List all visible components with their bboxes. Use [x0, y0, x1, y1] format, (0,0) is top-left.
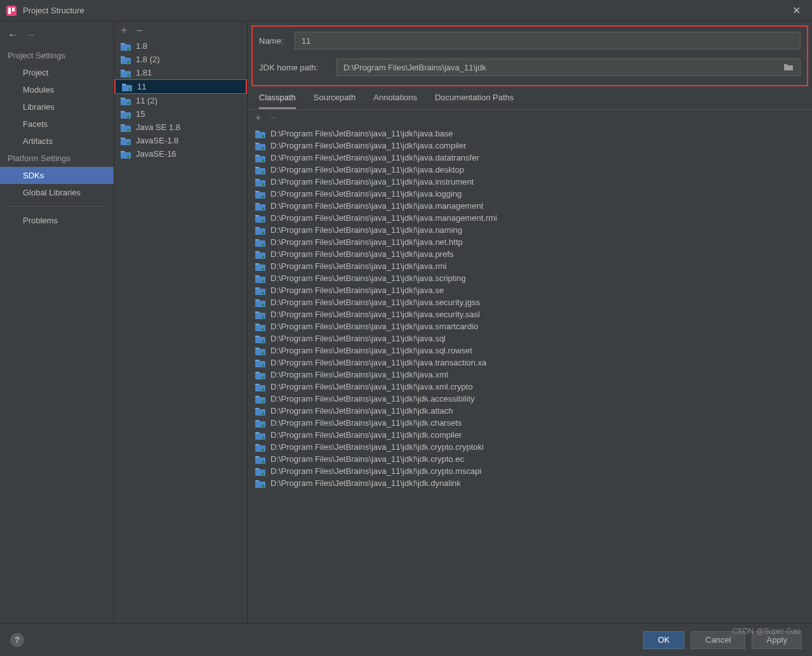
browse-icon[interactable] [783, 62, 794, 73]
folder-icon [255, 190, 265, 199]
svg-rect-71 [255, 433, 265, 440]
folder-icon [255, 334, 265, 343]
nav-artifacts[interactable]: Artifacts [0, 133, 114, 150]
close-icon[interactable]: ✕ [787, 4, 806, 16]
svg-rect-1 [8, 8, 11, 14]
classpath-item[interactable]: D:\Program Files\JetBrains\java_11\jdk!\… [248, 357, 812, 369]
sdk-item[interactable]: JavaSE-16 [114, 147, 247, 161]
folder-icon [255, 479, 265, 488]
classpath-item[interactable]: D:\Program Files\JetBrains\java_11\jdk!\… [248, 224, 812, 236]
name-input[interactable]: 11 [295, 32, 801, 49]
svg-point-38 [262, 232, 264, 234]
classpath-item[interactable]: D:\Program Files\JetBrains\java_11\jdk!\… [248, 429, 812, 441]
sdk-label: 1.8 [136, 41, 147, 51]
jdk-home-label: JDK home path: [259, 63, 329, 72]
classpath-item[interactable]: D:\Program Files\JetBrains\java_11\jdk!\… [248, 260, 812, 272]
svg-point-10 [128, 88, 131, 91]
svg-point-78 [262, 473, 264, 475]
classpath-item[interactable]: D:\Program Files\JetBrains\java_11\jdk!\… [248, 320, 812, 332]
classpath-item[interactable]: D:\Program Files\JetBrains\java_11\jdk!\… [248, 152, 812, 164]
back-arrow-icon[interactable]: ← [8, 29, 18, 41]
classpath-item[interactable]: D:\Program Files\JetBrains\java_11\jdk!\… [248, 308, 812, 320]
svg-point-74 [262, 449, 264, 451]
sdk-item[interactable]: 1.8 [114, 39, 247, 53]
folder-icon [121, 123, 131, 132]
svg-rect-21 [255, 132, 265, 138]
remove-classpath-icon[interactable]: − [270, 112, 276, 124]
classpath-item[interactable]: D:\Program Files\JetBrains\java_11\jdk!\… [248, 248, 812, 260]
classpath-item[interactable]: D:\Program Files\JetBrains\java_11\jdk!\… [248, 200, 812, 212]
tab-annotations[interactable]: Annotations [373, 93, 417, 109]
tab-documentation-paths[interactable]: Documentation Paths [435, 93, 514, 109]
svg-point-40 [262, 244, 264, 246]
svg-rect-13 [121, 112, 131, 119]
jdk-home-input[interactable]: D:\Program Files\JetBrains\java_11\jdk [336, 58, 801, 76]
sdk-item[interactable]: 11 [114, 79, 247, 94]
tab-sourcepath[interactable]: Sourcepath [314, 93, 356, 109]
classpath-item[interactable]: D:\Program Files\JetBrains\java_11\jdk!\… [248, 369, 812, 381]
nav-libraries[interactable]: Libraries [0, 98, 114, 115]
folder-icon [121, 55, 131, 64]
folder-icon [255, 419, 265, 428]
folder-icon [255, 250, 265, 259]
classpath-label: D:\Program Files\JetBrains\java_11\jdk!\… [270, 165, 464, 174]
nav-facets[interactable]: Facets [0, 115, 114, 133]
classpath-item[interactable]: D:\Program Files\JetBrains\java_11\jdk!\… [248, 296, 812, 308]
sdk-toolbar: + − [114, 22, 247, 39]
classpath-item[interactable]: D:\Program Files\JetBrains\java_11\jdk!\… [248, 344, 812, 357]
classpath-item[interactable]: D:\Program Files\JetBrains\java_11\jdk!\… [248, 212, 812, 224]
svg-point-48 [262, 292, 264, 294]
classpath-item[interactable]: D:\Program Files\JetBrains\java_11\jdk!\… [248, 272, 812, 284]
classpath-item[interactable]: D:\Program Files\JetBrains\java_11\jdk!\… [248, 236, 812, 248]
ok-button[interactable]: OK [643, 631, 684, 649]
classpath-item[interactable]: D:\Program Files\JetBrains\java_11\jdk!\… [248, 381, 812, 393]
nav-problems[interactable]: Problems [0, 212, 114, 229]
classpath-item[interactable]: D:\Program Files\JetBrains\java_11\jdk!\… [248, 188, 812, 200]
classpath-item[interactable]: D:\Program Files\JetBrains\java_11\jdk!\… [248, 176, 812, 188]
classpath-item[interactable]: D:\Program Files\JetBrains\java_11\jdk!\… [248, 465, 812, 477]
sdk-item[interactable]: 15 [114, 107, 247, 121]
classpath-label: D:\Program Files\JetBrains\java_11\jdk!\… [270, 478, 461, 488]
folder-icon [255, 383, 265, 391]
svg-point-16 [127, 129, 130, 131]
sdk-item[interactable]: 1.81 [114, 66, 247, 79]
classpath-item[interactable]: D:\Program Files\JetBrains\java_11\jdk!\… [248, 477, 812, 489]
divider [8, 206, 106, 207]
classpath-item[interactable]: D:\Program Files\JetBrains\java_11\jdk!\… [248, 284, 812, 296]
sdk-item[interactable]: Java SE 1.8 [114, 121, 247, 134]
svg-rect-59 [255, 361, 265, 367]
classpath-label: D:\Program Files\JetBrains\java_11\jdk!\… [270, 237, 463, 247]
svg-rect-43 [255, 265, 265, 271]
remove-sdk-icon[interactable]: − [136, 24, 143, 37]
classpath-item[interactable]: D:\Program Files\JetBrains\java_11\jdk!\… [248, 164, 812, 176]
folder-icon [255, 286, 265, 295]
classpath-label: D:\Program Files\JetBrains\java_11\jdk!\… [270, 334, 446, 343]
svg-rect-23 [255, 144, 265, 150]
help-icon[interactable]: ? [10, 633, 24, 647]
folder-icon [255, 262, 265, 271]
classpath-item[interactable]: D:\Program Files\JetBrains\java_11\jdk!\… [248, 405, 812, 417]
nav-global-libraries[interactable]: Global Libraries [0, 184, 114, 201]
classpath-item[interactable]: D:\Program Files\JetBrains\java_11\jdk!\… [248, 441, 812, 453]
svg-point-6 [127, 61, 130, 63]
sdk-item[interactable]: 11 (2) [114, 94, 247, 107]
folder-icon [121, 42, 131, 51]
tab-classpath[interactable]: Classpath [259, 93, 296, 109]
sdk-item[interactable]: 1.8 (2) [114, 53, 247, 66]
classpath-item[interactable]: D:\Program Files\JetBrains\java_11\jdk!\… [248, 140, 812, 152]
cancel-button[interactable]: Cancel [691, 631, 745, 649]
classpath-label: D:\Program Files\JetBrains\java_11\jdk!\… [270, 358, 486, 367]
classpath-item[interactable]: D:\Program Files\JetBrains\java_11\jdk!\… [248, 128, 812, 140]
nav-project[interactable]: Project [0, 64, 114, 81]
sdk-item[interactable]: JavaSE-1.8 [114, 134, 247, 147]
classpath-item[interactable]: D:\Program Files\JetBrains\java_11\jdk!\… [248, 332, 812, 344]
classpath-item[interactable]: D:\Program Files\JetBrains\java_11\jdk!\… [248, 393, 812, 405]
nav-sdks[interactable]: SDKs [0, 167, 114, 184]
add-sdk-icon[interactable]: + [121, 24, 128, 37]
add-classpath-icon[interactable]: + [255, 112, 261, 124]
classpath-item[interactable]: D:\Program Files\JetBrains\java_11\jdk!\… [248, 453, 812, 465]
apply-button[interactable]: Apply [752, 631, 802, 649]
classpath-label: D:\Program Files\JetBrains\java_11\jdk!\… [270, 418, 462, 428]
nav-modules[interactable]: Modules [0, 81, 114, 98]
classpath-item[interactable]: D:\Program Files\JetBrains\java_11\jdk!\… [248, 417, 812, 429]
